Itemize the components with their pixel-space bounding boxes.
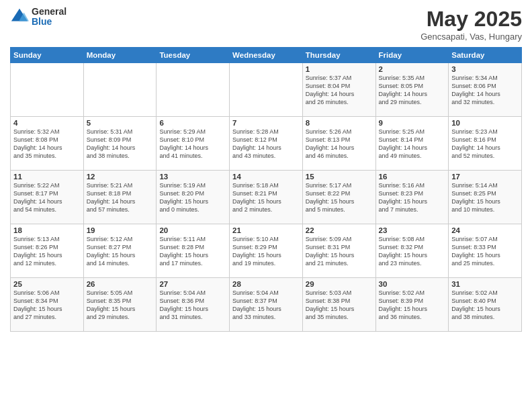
day-number: 27 (159, 280, 226, 288)
calendar: SundayMondayTuesdayWednesdayThursdayFrid… (10, 47, 522, 332)
day-info: Sunrise: 5:34 AM Sunset: 8:06 PM Dayligh… (451, 74, 519, 107)
day-number: 31 (451, 280, 519, 288)
day-number: 23 (379, 226, 446, 234)
day-cell: 18Sunrise: 5:13 AM Sunset: 8:26 PM Dayli… (11, 224, 84, 278)
page: General Blue May 2025 Gencsapati, Vas, H… (0, 0, 532, 411)
day-cell: 3Sunrise: 5:34 AM Sunset: 8:06 PM Daylig… (449, 63, 522, 117)
day-info: Sunrise: 5:07 AM Sunset: 8:33 PM Dayligh… (451, 235, 519, 268)
day-info: Sunrise: 5:21 AM Sunset: 8:18 PM Dayligh… (87, 181, 154, 214)
day-info: Sunrise: 5:14 AM Sunset: 8:25 PM Dayligh… (451, 181, 519, 214)
day-info: Sunrise: 5:23 AM Sunset: 8:16 PM Dayligh… (451, 128, 519, 161)
day-number: 12 (87, 173, 154, 181)
header: General Blue May 2025 Gencsapati, Vas, H… (10, 7, 522, 42)
day-info: Sunrise: 5:06 AM Sunset: 8:34 PM Dayligh… (13, 289, 81, 322)
week-row-4: 18Sunrise: 5:13 AM Sunset: 8:26 PM Dayli… (11, 224, 522, 278)
day-number: 2 (379, 65, 446, 73)
day-cell (230, 63, 303, 117)
day-cell: 4Sunrise: 5:32 AM Sunset: 8:08 PM Daylig… (11, 117, 84, 171)
day-cell: 25Sunrise: 5:06 AM Sunset: 8:34 PM Dayli… (11, 278, 84, 332)
day-info: Sunrise: 5:03 AM Sunset: 8:38 PM Dayligh… (306, 289, 373, 322)
day-info: Sunrise: 5:08 AM Sunset: 8:32 PM Dayligh… (379, 235, 446, 268)
day-info: Sunrise: 5:11 AM Sunset: 8:28 PM Dayligh… (159, 235, 226, 268)
day-info: Sunrise: 5:02 AM Sunset: 8:39 PM Dayligh… (379, 289, 446, 322)
col-header-wednesday: Wednesday (230, 48, 303, 63)
day-number: 18 (13, 226, 81, 234)
day-number: 22 (306, 226, 373, 234)
day-number: 5 (87, 119, 154, 127)
day-cell: 20Sunrise: 5:11 AM Sunset: 8:28 PM Dayli… (157, 224, 230, 278)
day-cell: 22Sunrise: 5:09 AM Sunset: 8:31 PM Dayli… (302, 224, 375, 278)
day-info: Sunrise: 5:35 AM Sunset: 8:05 PM Dayligh… (379, 74, 446, 107)
day-info: Sunrise: 5:05 AM Sunset: 8:35 PM Dayligh… (87, 289, 154, 322)
day-info: Sunrise: 5:28 AM Sunset: 8:12 PM Dayligh… (232, 128, 300, 161)
day-cell: 6Sunrise: 5:29 AM Sunset: 8:10 PM Daylig… (157, 117, 230, 171)
day-info: Sunrise: 5:32 AM Sunset: 8:08 PM Dayligh… (13, 128, 81, 161)
day-number: 8 (306, 119, 373, 127)
day-cell: 11Sunrise: 5:22 AM Sunset: 8:17 PM Dayli… (11, 171, 84, 224)
week-row-1: 1Sunrise: 5:37 AM Sunset: 8:04 PM Daylig… (11, 63, 522, 117)
day-number: 29 (306, 280, 373, 288)
day-cell: 26Sunrise: 5:05 AM Sunset: 8:35 PM Dayli… (83, 278, 157, 332)
day-number: 15 (306, 173, 373, 181)
day-cell: 8Sunrise: 5:26 AM Sunset: 8:13 PM Daylig… (302, 117, 375, 171)
day-info: Sunrise: 5:10 AM Sunset: 8:29 PM Dayligh… (232, 235, 300, 268)
day-cell: 5Sunrise: 5:31 AM Sunset: 8:09 PM Daylig… (83, 117, 157, 171)
day-cell: 9Sunrise: 5:25 AM Sunset: 8:14 PM Daylig… (375, 117, 449, 171)
day-cell: 24Sunrise: 5:07 AM Sunset: 8:33 PM Dayli… (449, 224, 522, 278)
col-header-tuesday: Tuesday (157, 48, 230, 63)
day-cell: 27Sunrise: 5:04 AM Sunset: 8:36 PM Dayli… (157, 278, 230, 332)
week-row-5: 25Sunrise: 5:06 AM Sunset: 8:34 PM Dayli… (11, 278, 522, 332)
title-area: May 2025 Gencsapati, Vas, Hungary (420, 7, 522, 42)
col-header-monday: Monday (83, 48, 157, 63)
logo-text: General Blue (32, 7, 66, 28)
day-cell: 2Sunrise: 5:35 AM Sunset: 8:05 PM Daylig… (375, 63, 449, 117)
day-number: 3 (451, 65, 519, 73)
day-number: 7 (232, 119, 300, 127)
day-info: Sunrise: 5:04 AM Sunset: 8:36 PM Dayligh… (159, 289, 226, 322)
day-info: Sunrise: 5:09 AM Sunset: 8:31 PM Dayligh… (306, 235, 373, 268)
day-cell: 17Sunrise: 5:14 AM Sunset: 8:25 PM Dayli… (449, 171, 522, 224)
day-number: 16 (379, 173, 446, 181)
day-cell: 12Sunrise: 5:21 AM Sunset: 8:18 PM Dayli… (83, 171, 157, 224)
day-cell: 28Sunrise: 5:04 AM Sunset: 8:37 PM Dayli… (230, 278, 303, 332)
day-info: Sunrise: 5:25 AM Sunset: 8:14 PM Dayligh… (379, 128, 446, 161)
day-number: 20 (159, 226, 226, 234)
day-number: 19 (87, 226, 154, 234)
day-info: Sunrise: 5:04 AM Sunset: 8:37 PM Dayligh… (232, 289, 300, 322)
day-cell: 31Sunrise: 5:02 AM Sunset: 8:40 PM Dayli… (449, 278, 522, 332)
day-cell: 15Sunrise: 5:17 AM Sunset: 8:22 PM Dayli… (302, 171, 375, 224)
day-info: Sunrise: 5:29 AM Sunset: 8:10 PM Dayligh… (159, 128, 226, 161)
day-cell: 1Sunrise: 5:37 AM Sunset: 8:04 PM Daylig… (302, 63, 375, 117)
day-cell: 19Sunrise: 5:12 AM Sunset: 8:27 PM Dayli… (83, 224, 157, 278)
day-cell: 30Sunrise: 5:02 AM Sunset: 8:39 PM Dayli… (375, 278, 449, 332)
day-number: 10 (451, 119, 519, 127)
day-cell: 23Sunrise: 5:08 AM Sunset: 8:32 PM Dayli… (375, 224, 449, 278)
day-number: 17 (451, 173, 519, 181)
col-header-saturday: Saturday (449, 48, 522, 63)
day-number: 4 (13, 119, 81, 127)
day-info: Sunrise: 5:22 AM Sunset: 8:17 PM Dayligh… (13, 181, 81, 214)
day-info: Sunrise: 5:13 AM Sunset: 8:26 PM Dayligh… (13, 235, 81, 268)
day-number: 28 (232, 280, 300, 288)
day-cell: 13Sunrise: 5:19 AM Sunset: 8:20 PM Dayli… (157, 171, 230, 224)
day-info: Sunrise: 5:37 AM Sunset: 8:04 PM Dayligh… (306, 74, 373, 107)
day-cell: 7Sunrise: 5:28 AM Sunset: 8:12 PM Daylig… (230, 117, 303, 171)
logo-blue: Blue (32, 17, 66, 27)
location-subtitle: Gencsapati, Vas, Hungary (420, 32, 522, 42)
day-cell: 29Sunrise: 5:03 AM Sunset: 8:38 PM Dayli… (302, 278, 375, 332)
day-info: Sunrise: 5:17 AM Sunset: 8:22 PM Dayligh… (306, 181, 373, 214)
day-cell: 21Sunrise: 5:10 AM Sunset: 8:29 PM Dayli… (230, 224, 303, 278)
col-header-friday: Friday (375, 48, 449, 63)
logo: General Blue (10, 7, 66, 28)
day-cell: 16Sunrise: 5:16 AM Sunset: 8:23 PM Dayli… (375, 171, 449, 224)
day-number: 30 (379, 280, 446, 288)
day-number: 9 (379, 119, 446, 127)
day-info: Sunrise: 5:31 AM Sunset: 8:09 PM Dayligh… (87, 128, 154, 161)
day-number: 14 (232, 173, 300, 181)
month-title: May 2025 (420, 7, 522, 32)
day-number: 11 (13, 173, 81, 181)
col-header-thursday: Thursday (302, 48, 375, 63)
day-number: 24 (451, 226, 519, 234)
day-cell (83, 63, 157, 117)
day-number: 26 (87, 280, 154, 288)
